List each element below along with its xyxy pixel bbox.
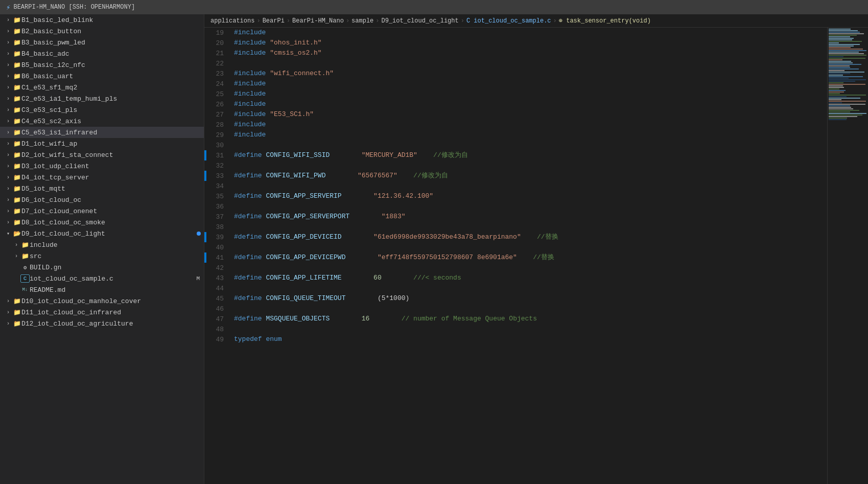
chevron-icon: › <box>4 220 12 225</box>
sidebar-item-B2_basic_button[interactable]: ›📁B2_basic_button <box>0 26 204 37</box>
sidebar-item-B3_basic_pwm_led[interactable]: ›📁B3_basic_pwm_led <box>0 37 204 48</box>
code-line-19: 19#include <box>204 28 827 38</box>
sidebar-item-BUILD.gn[interactable]: ⚙BUILD.gn <box>0 262 204 273</box>
sidebar-item-iot_cloud_oc_sample.c[interactable]: Ciot_cloud_oc_sample.cM <box>0 273 204 284</box>
sidebar-item-label: src <box>30 252 204 260</box>
sidebar-item-B1_basic_led_blink[interactable]: ›📁B1_basic_led_blink <box>0 14 204 26</box>
line-code[interactable] <box>232 283 827 293</box>
file-icon: 📁 <box>12 174 21 181</box>
line-code[interactable] <box>232 242 827 252</box>
line-code[interactable] <box>232 160 827 171</box>
line-code[interactable] <box>232 58 827 68</box>
code-line-40: 40 <box>204 242 827 252</box>
sidebar-item-label: D9_iot_cloud_oc_light <box>21 230 197 238</box>
line-code[interactable]: #include "ohos_init.h" <box>232 38 827 48</box>
code-line-29: 29#include <box>204 130 827 140</box>
sidebar-item-C2_e53_ia1_temp_humi_pls[interactable]: ›📁C2_e53_ia1_temp_humi_pls <box>0 93 204 104</box>
file-icon: 📁 <box>12 61 21 69</box>
sidebar-item-D7_iot_cloud_onenet[interactable]: ›📁D7_iot_cloud_onenet <box>0 205 204 217</box>
file-icon: 📁 <box>12 95 21 103</box>
sidebar-item-label: D11_iot_cloud_oc_infrared <box>21 309 204 316</box>
sidebar-item-include[interactable]: ›📁include <box>0 239 204 250</box>
chevron-icon: › <box>4 298 12 304</box>
line-number: 35 <box>206 191 232 201</box>
line-code[interactable]: #include "wifi_connect.h" <box>232 68 827 79</box>
sidebar-item-D10_iot_cloud_oc_manhole_cover[interactable]: ›📁D10_iot_cloud_oc_manhole_cover <box>0 295 204 307</box>
line-code[interactable]: #include <box>232 99 827 109</box>
sidebar-item-README.md[interactable]: M↓README.md <box>0 284 204 295</box>
breadcrumb-file[interactable]: C iot_cloud_oc_sample.c <box>466 17 551 25</box>
line-code[interactable] <box>232 140 827 150</box>
file-explorer[interactable]: ›📁B1_basic_led_blink›📁B2_basic_button›📁B… <box>0 14 204 484</box>
code-line-41: 41#define CONFIG_APP_DEVICEPWD "eff7148f… <box>204 252 827 263</box>
line-number: 23 <box>206 68 232 79</box>
line-code[interactable] <box>232 324 827 334</box>
line-number: 21 <box>206 48 232 58</box>
line-code[interactable]: #include <box>232 79 827 89</box>
sidebar-item-D8_iot_cloud_oc_smoke[interactable]: ›📁D8_iot_cloud_oc_smoke <box>0 217 204 228</box>
sidebar-item-D11_iot_cloud_oc_infrared[interactable]: ›📁D11_iot_cloud_oc_infrared <box>0 307 204 318</box>
code-line-26: 26#include <box>204 99 827 109</box>
code-editor[interactable]: 19#include 20#include "ohos_init.h"21#in… <box>204 28 827 484</box>
line-code[interactable] <box>232 263 827 273</box>
line-code[interactable]: #define CONFIG_APP_SERVERPORT "1883" <box>232 212 827 222</box>
line-code[interactable]: #include <box>232 130 827 140</box>
chevron-icon: › <box>4 119 12 124</box>
sidebar-item-D2_iot_wifi_sta_connect[interactable]: ›📁D2_iot_wifi_sta_connect <box>0 149 204 160</box>
sidebar-item-D3_iot_udp_client[interactable]: ›📁D3_iot_udp_client <box>0 160 204 172</box>
sidebar-item-B6_basic_uart[interactable]: ›📁B6_basic_uart <box>0 71 204 82</box>
sidebar-item-label: D1_iot_wifi_ap <box>21 140 204 148</box>
sidebar-item-label: C4_e53_sc2_axis <box>21 118 204 125</box>
sidebar-item-B5_basic_i2c_nfc[interactable]: ›📁B5_basic_i2c_nfc <box>0 59 204 71</box>
breadcrumb-part[interactable]: applications <box>210 17 254 25</box>
line-code[interactable] <box>232 222 827 232</box>
line-code[interactable]: #define CONFIG_WIFI_PWD "65676567" //修改为… <box>232 171 827 181</box>
sidebar-item-label: B3_basic_pwm_led <box>21 39 204 47</box>
line-code[interactable]: #include <box>232 120 827 130</box>
code-line-44: 44 <box>204 283 827 293</box>
line-code[interactable]: #define CONFIG_APP_SERVERIP "121.36.42.1… <box>232 191 827 201</box>
code-line-30: 30 <box>204 140 827 150</box>
sidebar-item-C4_e53_sc2_axis[interactable]: ›📁C4_e53_sc2_axis <box>0 116 204 127</box>
sidebar-item-src[interactable]: ›📁src <box>0 250 204 262</box>
line-code[interactable]: #include <box>232 89 827 99</box>
sidebar-item-D4_iot_tcp_server[interactable]: ›📁D4_iot_tcp_server <box>0 172 204 183</box>
line-code[interactable]: #define CONFIG_WIFI_SSID "MERCURY_AD1B" … <box>232 150 827 160</box>
line-code[interactable]: #define MSGQUEUE_OBJECTS 16 // number of… <box>232 314 827 324</box>
breadcrumb-part[interactable]: BearPi-HM_Nano <box>292 17 344 25</box>
line-code[interactable]: #define CONFIG_APP_DEVICEID "61ed6998de9… <box>232 232 827 242</box>
line-code[interactable] <box>232 181 827 191</box>
code-line-33: 33#define CONFIG_WIFI_PWD "65676567" //修… <box>204 171 827 181</box>
breadcrumb-part[interactable]: D9_iot_cloud_oc_light <box>382 17 459 25</box>
sidebar-item-D6_iot_cloud_oc[interactable]: ›📁D6_iot_cloud_oc <box>0 194 204 205</box>
line-code[interactable]: #include <box>232 28 827 38</box>
line-code[interactable]: #include "E53_SC1.h" <box>232 109 827 120</box>
sidebar-item-D1_iot_wifi_ap[interactable]: ›📁D1_iot_wifi_ap <box>0 138 204 149</box>
sidebar-item-label: B6_basic_uart <box>21 73 204 80</box>
line-code[interactable]: #define CONFIG_QUEUE_TIMEOUT (5*1000) <box>232 293 827 304</box>
breadcrumb-part[interactable]: BearPi <box>263 17 285 25</box>
sidebar-item-D5_iot_mqtt[interactable]: ›📁D5_iot_mqtt <box>0 183 204 194</box>
line-code[interactable]: #define CONFIG_APP_LIFETIME 60 ///< seco… <box>232 273 827 283</box>
sidebar-item-C3_e53_sc1_pls[interactable]: ›📁C3_e53_sc1_pls <box>0 104 204 116</box>
line-number: 31 <box>206 150 232 160</box>
line-code[interactable]: #define CONFIG_APP_DEVICEPWD "eff7148f55… <box>232 252 827 263</box>
line-code[interactable] <box>232 304 827 314</box>
sidebar-item-C1_e53_sf1_mq2[interactable]: ›📁C1_e53_sf1_mq2 <box>0 82 204 93</box>
sidebar-item-label: BUILD.gn <box>30 264 204 271</box>
title-bar: ⚡ BEARPI-HM_NANO [SSH: OPENHARMONY] <box>0 0 868 14</box>
breadcrumb-func[interactable]: ⊕ task_sensor_entry(void) <box>559 17 651 25</box>
code-line-38: 38 <box>204 222 827 232</box>
line-code[interactable] <box>232 201 827 212</box>
sidebar-item-label: D5_iot_mqtt <box>21 185 204 193</box>
line-code[interactable]: #include "cmsis_os2.h" <box>232 48 827 58</box>
sidebar-item-D12_iot_cloud_oc_agriculture[interactable]: ›📁D12_iot_cloud_oc_agriculture <box>0 318 204 329</box>
line-code[interactable]: typedef enum <box>232 334 827 344</box>
sidebar-item-C5_e53_is1_infrared[interactable]: ›📁C5_e53_is1_infrared <box>0 127 204 138</box>
chevron-icon: › <box>4 152 12 158</box>
breadcrumb-part[interactable]: sample <box>351 17 373 25</box>
file-icon: 📁 <box>12 163 21 170</box>
sidebar-item-B4_basic_adc[interactable]: ›📁B4_basic_adc <box>0 48 204 59</box>
sidebar-item-D9_iot_cloud_oc_light[interactable]: ▾📂D9_iot_cloud_oc_light <box>0 228 204 239</box>
line-number: 27 <box>206 109 232 120</box>
